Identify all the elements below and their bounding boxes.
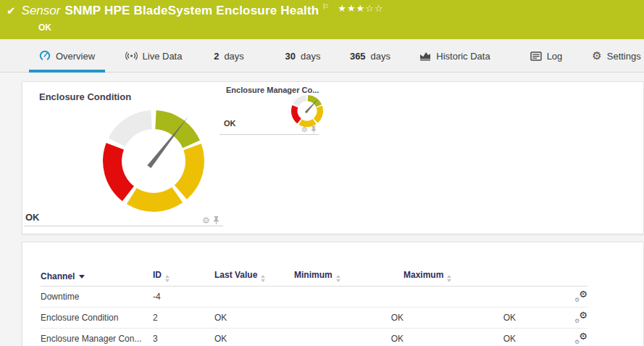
tab-30-days[interactable]: 30days	[269, 39, 336, 73]
channel-table: Channel ID Last Value Minimum Maximum Do…	[41, 266, 587, 346]
gear-icon[interactable]: ⚙	[301, 126, 308, 133]
sort-desc-icon	[79, 275, 85, 279]
tab-overview-label: Overview	[56, 51, 95, 62]
flag-icon[interactable]: ⚐	[322, 2, 329, 12]
tab-log[interactable]: Log	[520, 39, 572, 73]
table-row: Enclosure Manager Con... 3 OK OK OK ⚙⚙	[41, 329, 587, 346]
maximum-value: OK	[403, 308, 516, 329]
table-row: Enclosure Condition 2 OK OK OK ⚙⚙	[41, 308, 587, 329]
ok-check-icon: ✔	[7, 4, 16, 17]
minimum-value	[294, 287, 403, 308]
channel-id: 3	[153, 329, 214, 346]
tab-2-days[interactable]: 2days	[197, 39, 261, 73]
secondary-gauge	[290, 94, 325, 128]
channel-table-card: Channel ID Last Value Minimum Maximum Do…	[22, 242, 644, 346]
sensor-status-text: OK	[38, 22, 51, 33]
tab-bar: Overview Live Data 2days 30days 365days …	[0, 39, 644, 73]
sort-icon	[165, 275, 170, 282]
channel-name: Enclosure Condition	[41, 308, 153, 329]
tab-settings[interactable]: ⚙ Settings	[588, 39, 644, 73]
settings-gear-icon: ⚙	[592, 51, 601, 62]
area-chart-icon	[419, 51, 431, 61]
last-value: OK	[214, 308, 294, 329]
live-signal-icon	[125, 51, 138, 61]
last-value: OK	[214, 329, 294, 346]
divider	[219, 134, 319, 135]
sort-icon	[336, 275, 340, 282]
tab-365-days[interactable]: 365days	[335, 39, 406, 73]
maximum-value: OK	[403, 329, 516, 346]
table-row: Downtime -4 ⚙⚙	[41, 287, 587, 308]
secondary-gauge-status: OK	[224, 119, 236, 128]
tab-overview[interactable]: Overview	[29, 39, 105, 73]
sort-icon	[261, 275, 265, 282]
table-header-row: Channel ID Last Value Minimum Maximum	[41, 266, 587, 287]
pin-icon[interactable]	[213, 215, 219, 225]
sensor-overview-page: ✔ Sensor SNMP HPE BladeSystem Enclosure …	[0, 0, 644, 346]
tab-settings-label: Settings	[607, 51, 641, 62]
channel-settings-icon[interactable]: ⚙⚙	[574, 311, 587, 323]
last-value	[214, 287, 294, 308]
primary-gauge	[99, 107, 208, 215]
header-minimum[interactable]: Minimum	[294, 266, 403, 287]
channel-id: 2	[153, 308, 214, 329]
tab-log-label: Log	[547, 51, 563, 62]
header-maximum[interactable]: Maximum	[403, 266, 516, 287]
tab-live-data-label: Live Data	[143, 51, 183, 62]
priority-stars[interactable]: ★★★☆☆	[338, 3, 383, 14]
maximum-value	[403, 287, 516, 308]
gauge-icon	[39, 50, 51, 62]
channel-name: Downtime	[41, 287, 153, 308]
tab-historic-data-label: Historic Data	[436, 51, 490, 62]
header-id[interactable]: ID	[153, 266, 214, 287]
channel-name: Enclosure Manager Con...	[41, 329, 153, 346]
tab-historic-data[interactable]: Historic Data	[407, 39, 503, 73]
status-banner: ✔ Sensor SNMP HPE BladeSystem Enclosure …	[0, 0, 644, 39]
pin-icon[interactable]	[311, 125, 317, 133]
tab-live-data[interactable]: Live Data	[114, 39, 193, 73]
sort-icon	[447, 275, 451, 282]
log-list-icon	[530, 52, 542, 61]
primary-gauge-title: Enclosure Condition	[39, 91, 131, 102]
header-channel[interactable]: Channel	[41, 266, 153, 287]
channel-settings-icon[interactable]: ⚙⚙	[574, 332, 587, 344]
divider	[24, 226, 223, 226]
channel-settings-icon[interactable]: ⚙⚙	[574, 290, 587, 302]
gear-icon[interactable]: ⚙	[202, 216, 210, 225]
minimum-value: OK	[294, 329, 403, 346]
header-last-value[interactable]: Last Value	[214, 266, 294, 287]
channel-id: -4	[153, 287, 214, 308]
primary-gauge-status: OK	[25, 212, 40, 223]
sensor-type-label: Sensor	[22, 4, 61, 18]
sensor-title: SNMP HPE BladeSystem Enclosure Health	[64, 4, 319, 18]
minimum-value: OK	[294, 308, 403, 329]
